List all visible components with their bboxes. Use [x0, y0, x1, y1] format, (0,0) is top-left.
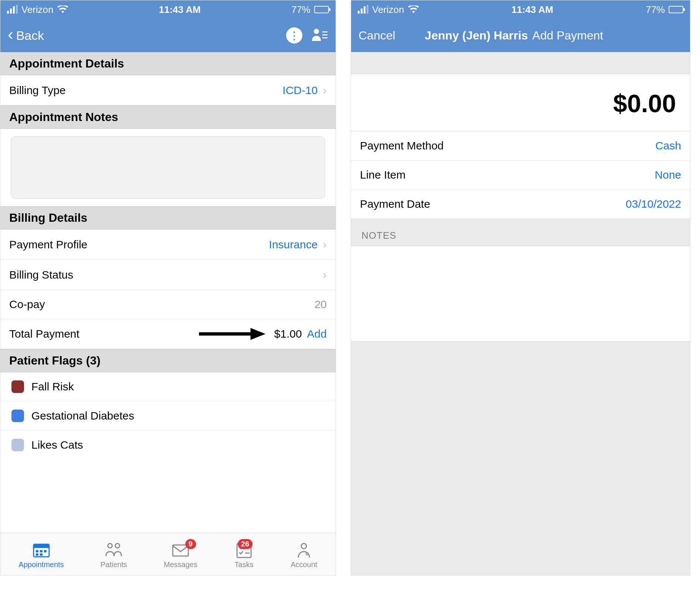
chevron-right-icon: › [323, 238, 327, 251]
more-vertical-icon: ⋮ [289, 30, 299, 42]
label-billing-status: Billing Status [9, 269, 73, 281]
label-total-payment: Total Payment [9, 328, 79, 340]
svg-rect-10 [44, 550, 47, 552]
tab-tasks[interactable]: 26 Tasks [234, 541, 254, 569]
section-notes: NOTES [351, 219, 690, 246]
tab-patients[interactable]: Patients [100, 541, 127, 569]
svg-rect-2 [322, 34, 327, 35]
section-appointment-notes: Appointment Notes [0, 106, 336, 129]
svg-rect-9 [40, 550, 42, 552]
tab-messages[interactable]: 9 Messages [164, 541, 198, 569]
svg-point-19 [301, 543, 306, 549]
statusbar: Verizon 11:43 AM 77% [0, 0, 336, 19]
flag-swatch [11, 410, 24, 422]
label-copay: Co-pay [9, 298, 45, 311]
back-button[interactable]: ‹ Back [8, 28, 44, 43]
left-content: Appointment Details Billing Type ICD-10 … [0, 52, 336, 533]
tasks-badge: 26 [238, 539, 253, 549]
battery-pct: 77% [291, 4, 310, 15]
people-icon [104, 541, 124, 559]
label-payment-date: Payment Date [360, 198, 430, 210]
patient-list-button[interactable] [311, 27, 328, 44]
tab-account[interactable]: Account [291, 541, 317, 569]
svg-rect-1 [322, 31, 327, 32]
wifi-icon [57, 6, 68, 14]
tabbar: Appointments Patients 9 Messages 26 Task… [0, 533, 336, 575]
row-billing-status[interactable]: Billing Status › [0, 260, 336, 290]
appointment-notes-input[interactable] [11, 136, 325, 199]
more-button[interactable]: ⋮ [286, 27, 302, 44]
page-title: Jenny (Jen) Harris Add Payment [425, 29, 603, 42]
tab-label: Patients [100, 560, 127, 569]
row-payment-method[interactable]: Payment Method Cash [351, 131, 690, 161]
notes-input[interactable] [351, 246, 690, 342]
label-payment-method: Payment Method [360, 139, 444, 152]
row-payment-date[interactable]: Payment Date 03/10/2022 [351, 190, 690, 219]
calendar-icon [31, 541, 51, 559]
svg-point-14 [115, 543, 120, 548]
tab-label: Messages [164, 560, 198, 569]
row-payment-profile[interactable]: Payment Profile Insurance › [0, 230, 336, 260]
svg-rect-11 [36, 553, 38, 556]
clock: 11:43 AM [511, 4, 553, 15]
navbar: Cancel Jenny (Jen) Harris Add Payment [351, 19, 690, 52]
tab-appointments[interactable]: Appointments [19, 541, 64, 569]
svg-rect-3 [322, 37, 327, 38]
value-billing-type: ICD-10 [282, 84, 318, 97]
row-line-item[interactable]: Line Item None [351, 161, 690, 190]
label-payment-profile: Payment Profile [9, 238, 88, 251]
flag-row[interactable]: Fall Risk [0, 372, 336, 401]
carrier-label: Verizon [21, 4, 54, 15]
section-billing-details: Billing Details [0, 206, 336, 230]
value-copay: 20 [315, 298, 327, 311]
row-copay[interactable]: Co-pay 20 [0, 290, 336, 319]
tab-label: Tasks [234, 560, 253, 569]
patient-name: Jenny (Jen) Harris [425, 29, 528, 42]
back-label: Back [16, 28, 44, 43]
row-billing-type[interactable]: Billing Type ICD-10 › [0, 75, 336, 106]
wifi-icon [408, 6, 419, 14]
tab-label: Account [291, 560, 317, 569]
value-payment-method: Cash [655, 139, 681, 152]
chevron-right-icon: › [323, 83, 327, 97]
payment-amount[interactable]: $0.00 [351, 74, 690, 131]
navbar: ‹ Back ⋮ [0, 19, 336, 52]
signal-icon [358, 6, 368, 14]
arrow-annotation-icon [195, 327, 269, 341]
svg-point-13 [108, 543, 112, 548]
svg-rect-8 [36, 550, 38, 552]
label-line-item: Line Item [360, 169, 405, 181]
battery-icon [669, 6, 683, 13]
spacer [351, 52, 690, 74]
flag-row[interactable]: Gestational Diabetes [0, 401, 336, 431]
chevron-right-icon: › [323, 268, 327, 282]
left-screen: Verizon 11:43 AM 77% ‹ Back ⋮ [0, 0, 336, 576]
svg-point-20 [306, 553, 308, 555]
flag-row[interactable]: Likes Cats [0, 431, 336, 459]
right-content: $0.00 Payment Method Cash Line Item None… [351, 52, 690, 575]
cancel-button[interactable]: Cancel [358, 29, 395, 42]
messages-badge: 9 [185, 539, 196, 549]
value-payment-profile: Insurance [269, 238, 318, 251]
doctor-icon [294, 541, 314, 559]
carrier-label: Verizon [372, 4, 404, 15]
value-payment-date: 03/10/2022 [626, 198, 681, 210]
flag-swatch [11, 380, 24, 393]
clock: 11:43 AM [159, 4, 200, 15]
flag-swatch [11, 439, 24, 451]
chevron-left-icon: ‹ [8, 26, 13, 42]
section-appointment-details: Appointment Details [0, 52, 336, 75]
svg-point-0 [314, 29, 319, 34]
statusbar: Verizon 11:43 AM 77% [351, 0, 690, 19]
flag-label: Gestational Diabetes [31, 410, 134, 422]
value-line-item: None [655, 169, 681, 181]
row-total-payment: Total Payment $1.00 Add [0, 319, 336, 349]
signal-icon [7, 6, 18, 14]
page-subtitle: Add Payment [532, 29, 603, 42]
tab-label: Appointments [19, 560, 64, 569]
svg-rect-12 [40, 553, 42, 556]
spacer [351, 342, 690, 575]
flag-label: Fall Risk [31, 380, 74, 393]
right-screen: Verizon 11:43 AM 77% Cancel Jenny (Jen) … [351, 0, 690, 576]
add-payment-link[interactable]: Add [307, 328, 327, 340]
